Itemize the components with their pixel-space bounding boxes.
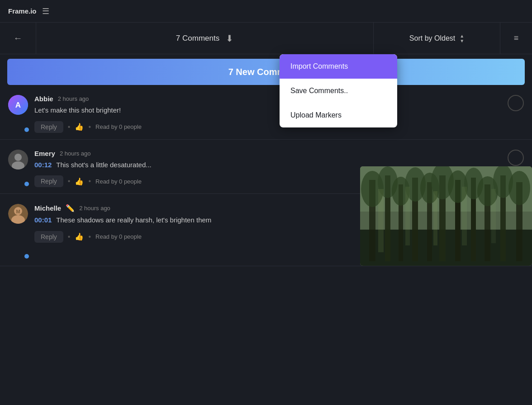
new-comments-banner[interactable]: 7 New Comments [7, 59, 525, 85]
svg-point-3 [14, 154, 22, 161]
comment-timestamp[interactable]: 00:01 [34, 216, 52, 224]
sort-arrows-icon: ▲▼ [460, 33, 464, 43]
comment-author: Abbie [34, 95, 53, 103]
svg-rect-36 [405, 187, 410, 245]
edit-icon[interactable]: ✏️ [66, 204, 75, 212]
separator: • [88, 177, 91, 185]
complete-checkbox[interactable] [508, 150, 524, 166]
comment-text: 00:01 These shadows are really harsh, le… [34, 215, 351, 226]
comment-text: Let's make this shot brighter! [34, 105, 524, 116]
svg-rect-37 [433, 191, 437, 245]
unread-dot [24, 254, 29, 259]
svg-text:A: A [15, 101, 21, 109]
comment-header: Abbie 2 hours ago [34, 95, 524, 103]
download-icon[interactable]: ⬇ [226, 33, 233, 44]
separator: • [68, 233, 71, 241]
svg-point-34 [508, 171, 530, 205]
header-row: ← 7 Comments ⬇ Sort by Oldest ▲▼ ≡ [0, 23, 532, 54]
read-by-label[interactable]: Read by 0 people [95, 123, 142, 130]
comment-item: M Michelle ✏️ 2 hours ago 00:01 These sh… [0, 194, 532, 266]
svg-text:M: M [16, 209, 20, 214]
separator: • [88, 123, 91, 131]
comment-item: A Abbie 2 hours ago Let's make this shot… [0, 85, 532, 140]
reply-button[interactable]: Reply [34, 121, 63, 133]
comment-header: Emery 2 hours ago [34, 150, 524, 157]
sort-label: Sort by Oldest [409, 34, 455, 42]
svg-rect-35 [378, 189, 384, 252]
reply-button[interactable]: Reply [34, 231, 63, 243]
read-by-label[interactable]: Read by 0 people [95, 178, 142, 185]
comment-time: 2 hours ago [60, 150, 91, 157]
comments-list: A Abbie 2 hours ago Let's make this shot… [0, 85, 532, 266]
svg-rect-39 [491, 189, 496, 243]
app-brand: Frame.io [8, 7, 37, 15]
comment-header: Michelle ✏️ 2 hours ago [34, 204, 351, 212]
comment-time: 2 hours ago [79, 205, 110, 212]
hamburger-icon[interactable]: ☰ [42, 6, 49, 16]
like-icon[interactable]: 👍 [75, 177, 84, 186]
comment-actions: Reply • 👍 • Read by 0 people [34, 121, 524, 133]
sort-section[interactable]: Sort by Oldest ▲▼ [374, 23, 500, 54]
back-button[interactable]: ← [0, 23, 36, 54]
separator: • [68, 177, 71, 185]
separator: • [68, 123, 71, 131]
avatar: M [8, 204, 28, 224]
comment-body: Michelle ✏️ 2 hours ago 00:01 These shad… [34, 204, 351, 243]
comment-author: Michelle [34, 204, 61, 212]
avatar: A [8, 95, 28, 115]
comment-time: 2 hours ago [58, 95, 89, 102]
thumbnail-image [360, 166, 532, 266]
unread-dot [24, 127, 29, 132]
like-icon[interactable]: 👍 [75, 232, 84, 241]
avatar [8, 150, 28, 170]
comment-author: Emery [34, 150, 55, 157]
like-icon[interactable]: 👍 [75, 122, 84, 131]
read-by-label[interactable]: Read by 0 people [95, 233, 142, 240]
separator: • [88, 233, 91, 241]
unread-dot [24, 182, 29, 186]
dropdown-item-upload[interactable]: Upload Markers [280, 103, 397, 127]
comment-timestamp[interactable]: 00:12 [34, 161, 52, 169]
svg-rect-38 [462, 187, 467, 245]
dropdown-item-save[interactable]: Save Comments.. [280, 79, 397, 103]
dropdown-menu: Import Comments Save Comments.. Upload M… [280, 54, 397, 127]
dropdown-item-import[interactable]: Import Comments [280, 54, 397, 79]
comment-actions: Reply • 👍 • Read by 0 people [34, 231, 351, 243]
complete-checkbox[interactable] [508, 95, 524, 111]
top-bar: Frame.io ☰ [0, 0, 532, 23]
filter-icon: ≡ [514, 33, 519, 43]
reply-button[interactable]: Reply [34, 175, 63, 187]
filter-icon-section[interactable]: ≡ [500, 23, 532, 54]
comments-count-section: 7 Comments ⬇ [36, 23, 374, 54]
comment-body: Abbie 2 hours ago Let's make this shot b… [34, 95, 524, 133]
comments-count-label: 7 Comments [176, 34, 219, 43]
